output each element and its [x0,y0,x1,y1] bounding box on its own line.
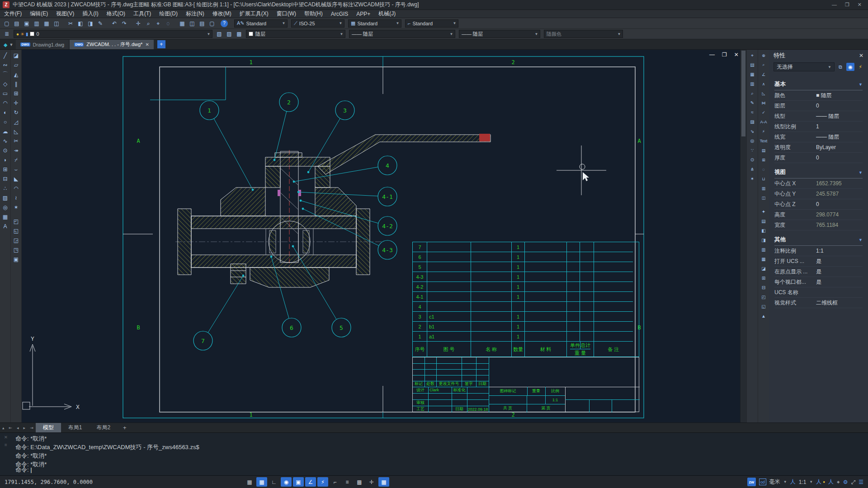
draworder-above-icon[interactable]: ◲ [11,235,21,245]
tab-model[interactable]: 模型 [36,423,61,432]
chevron-down-icon[interactable]: ▼ [859,82,863,87]
design-right-icon[interactable]: ◨ [759,235,769,245]
annotation-visibility-icon[interactable]: 人 [816,478,821,486]
rotate-icon[interactable]: ↻ [11,108,21,117]
transparency-toggle[interactable]: ≡ [342,477,353,487]
open-icon[interactable]: ▤ [12,19,22,28]
command-line-panel[interactable]: ✕ ≡ 命令: *取消*命令: E:\Data_ZW\ZWCAD_temp\ZW… [0,432,868,475]
sheet-edit-icon[interactable]: ✎ [747,98,757,108]
circle-ref-icon[interactable]: ◌ [759,164,769,174]
scrollbar-thumb[interactable] [741,51,745,136]
annotation-scale-value[interactable]: 1:1 [799,479,807,485]
match-properties-tool-icon[interactable]: ⧉ [836,63,844,71]
title-block-icon[interactable]: ▤ [759,145,769,155]
weld-symbol-icon[interactable]: ⋈ [759,98,769,108]
grid-table-icon[interactable]: ⊞ [759,155,769,164]
snap-toggle[interactable]: ▦ [256,477,267,487]
last-tab-icon[interactable]: ⇥ [28,426,36,430]
polyline-icon[interactable]: ∾ [0,60,10,70]
property-row[interactable]: 线型比例 1 [774,122,863,132]
layer-match-icon[interactable]: ▩ [234,29,244,38]
layer-previous-icon[interactable]: ▧ [214,29,224,38]
draworder-back-icon[interactable]: ◱ [11,226,21,235]
table-icon[interactable]: ▦ [0,212,10,221]
circle-icon[interactable]: ○ [0,117,10,127]
offset-icon[interactable]: ∥ [11,79,21,89]
paste-icon[interactable]: ◨ [85,19,95,28]
mdi-minimize-button[interactable]: — [709,52,715,58]
property-row[interactable]: 透明度 ByLayer [774,142,863,153]
tab-close-icon[interactable]: ✕ [145,42,149,47]
menu-item[interactable]: 绘图(D) [155,10,182,18]
frame-edit-icon[interactable]: ◱ [759,302,769,311]
help-icon[interactable]: ? [221,20,228,27]
property-row[interactable]: 线宽 —— 随层 [774,132,863,142]
window-minimize-button[interactable]: — [832,2,837,8]
property-row[interactable]: 线型 —— 随层 [774,111,863,122]
isodraft-toggle[interactable]: ▦ [378,477,389,487]
save-as-icon[interactable]: ▥ [32,19,42,28]
named-views-icon[interactable]: ▤ [197,19,207,28]
add-layout-button[interactable]: + [118,424,132,431]
mdi-close-button[interactable]: ✕ [734,52,739,58]
menu-item[interactable]: 工具(T) [129,10,155,18]
table-export-icon[interactable]: ▥ [747,79,757,89]
units-icon[interactable]: od [759,479,766,485]
trim-icon[interactable]: ✂ [11,136,21,145]
revision-cloud-icon[interactable]: ☁ [0,127,10,136]
tab-layout2[interactable]: 布局2 [89,423,118,432]
linetype-combo[interactable]: —— 随层 ▼ [349,30,455,38]
tab-list-dropdown-icon[interactable]: ▼ [9,42,13,47]
quick-dim-icon[interactable]: ⚡ [759,127,769,136]
canvas-vertical-scrollbar[interactable] [740,50,746,422]
menu-item[interactable]: 插入(I) [78,10,102,18]
menu-item[interactable]: 视图(V) [52,10,78,18]
menu-item[interactable]: 扩展工具(X) [236,10,273,18]
gear-icon[interactable]: ⚙ [843,479,848,485]
arc-3point-icon[interactable]: ◠ [0,98,10,108]
table-edit-icon[interactable]: ▦ [747,70,757,79]
new-icon[interactable]: ▢ [2,19,12,28]
copy-object-icon[interactable]: ▱ [11,60,21,70]
table-style-combo[interactable]: ▦ Standard ▼ [348,19,401,28]
property-row[interactable]: 图层 0 [774,101,863,111]
leader-note-icon[interactable]: ⇘ [747,127,757,136]
text-style-combo[interactable]: A✎ Standard ▼ [234,19,288,28]
layer-isolate-icon[interactable]: ▨ [224,29,234,38]
mirror-icon[interactable]: ◭ [11,70,21,79]
command-close-icon[interactable]: ✕ [4,435,8,440]
chamfer-icon[interactable]: ◣ [11,174,21,183]
first-tab-icon[interactable]: ⇤ [7,426,15,430]
property-row[interactable]: 中心点 Z 0 [774,199,863,210]
array-icon[interactable]: ⊞ [11,89,21,98]
polygon-icon[interactable]: ◇ [0,79,10,89]
command-history-icon[interactable]: ≡ [5,442,7,447]
otrack-toggle[interactable]: ∠ [305,477,316,487]
plot-preview-icon[interactable]: ◫ [52,19,61,28]
property-row[interactable]: 高度 298.0774 [774,210,863,220]
mleader-style-combo[interactable]: ⌐ Standard ▼ [405,19,458,28]
property-row[interactable]: UCS 名称 [774,287,863,298]
osnap-toggle[interactable]: ▣ [293,477,304,487]
next-tab-icon[interactable]: ▸ [21,426,28,430]
file-tab-active[interactable]: DWG ZWCADM. . . - 序号.dwg* ✕ [70,40,154,49]
menu-item[interactable]: 修改(M) [208,10,236,18]
break-icon[interactable]: ⌿ [11,155,21,164]
selection-filter-combo[interactable]: 无选择 ▼ [774,62,835,71]
scale-icon[interactable]: ◿ [11,117,21,127]
zoom-previous-icon[interactable]: ◌ [163,19,173,28]
bom-table-icon[interactable]: ▤ [747,60,757,70]
grid-toggle[interactable]: ▦ [244,477,255,487]
match-properties-icon[interactable]: ✎ [95,19,105,28]
spline-icon[interactable]: ∿ [0,136,10,145]
properties-close-icon[interactable]: ✕ [859,52,863,59]
layer-combo[interactable]: ● ☀ ▮ 0 ▼ [14,30,212,38]
prev-tab-icon[interactable]: ◂ [14,426,21,430]
dim-style-combo[interactable]: ⟋ ISO-25 ▼ [291,19,344,28]
move-icon[interactable]: ✛ [11,98,21,108]
lineweight-toggle[interactable]: ⌐ [330,477,340,487]
line-icon[interactable]: ╱ [0,51,10,60]
plot-icon[interactable]: ▦ [42,19,52,28]
status-menu-icon[interactable]: ☰ [859,479,863,485]
zoom-detail-icon[interactable]: ⌕ [759,60,769,70]
